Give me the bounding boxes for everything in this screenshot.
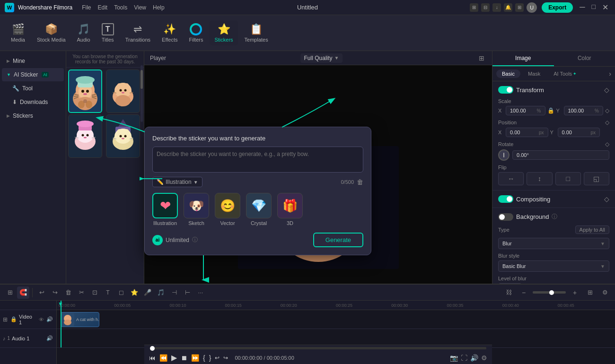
menu-edit[interactable]: Edit [98,4,108,11]
background-info-icon[interactable]: ⓘ [552,213,557,221]
timeline-undo-button[interactable]: ↩ [35,286,48,299]
apply-to-all-button[interactable]: Apply to All [575,225,609,234]
compositing-keyframe-icon[interactable]: ◇ [604,195,609,203]
clear-icon[interactable]: 🗑 [357,178,363,186]
fullscreen-timeline-button[interactable]: ⊞ [584,286,596,299]
compositing-toggle[interactable] [498,195,513,203]
menu-view[interactable]: View [134,4,146,11]
scale-x-value[interactable]: 100.00 % [506,106,545,115]
timeline-more-button[interactable]: ··· [194,286,207,299]
zoom-in-button[interactable]: + [569,286,581,299]
quality-selector[interactable]: Full Quality ▼ [300,53,343,63]
tool-transitions[interactable]: ⇌ Transitions [121,20,155,45]
tool-audio[interactable]: 🎵 Audio [72,20,95,45]
sticker-thumb-4[interactable] [106,114,140,158]
menu-tools[interactable]: Tools [114,4,127,11]
flip-v-button[interactable]: ↕ [527,172,552,185]
type-dropdown[interactable]: Blur ▼ [498,238,609,249]
timeline-cut-button[interactable]: ✂ [75,286,88,299]
info-icon[interactable]: ⓘ [192,236,198,244]
sidebar-item-ai-sticker[interactable]: ▼ AI Sticker AI [2,68,64,81]
timeline-merge-button[interactable]: ⊢ [181,286,193,299]
flip-corner-button[interactable]: ◱ [584,172,609,185]
sticker-scrollbar[interactable] [141,65,143,122]
timeline-redo-button[interactable]: ↪ [49,286,61,299]
tool-media[interactable]: 🎬 Media [6,20,30,45]
background-toggle[interactable] [498,213,513,221]
playhead[interactable]: ▼ [61,301,62,347]
more-timeline-button[interactable]: ⚙ [599,286,611,299]
maximize-button[interactable]: □ [590,3,597,12]
video1-track-row[interactable]: A cat with h... ▼ [57,310,615,329]
sticker-thumb-1[interactable] [68,69,102,113]
more-tabs-button[interactable]: › [609,70,611,78]
scale-keyframe-icon[interactable]: ◇ [605,107,609,114]
next-frame-button[interactable]: ↪ [223,355,228,361]
menu-help[interactable]: Help [153,4,165,11]
step-back-button[interactable]: ⏪ [159,354,167,362]
minimize-button[interactable]: ─ [578,3,587,12]
snapshot-button[interactable]: 📷 [450,354,458,362]
sticker-thumb-2[interactable] [106,69,140,113]
fit-screen-icon[interactable]: ⊞ [477,53,486,63]
video1-volume-button[interactable]: 🔊 [46,316,53,323]
scale-y-value[interactable]: 100.00 % [564,106,604,115]
tool-stickers[interactable]: ⭐ Stickers [210,20,237,45]
style-option-vector[interactable]: 😊 Vector [215,193,240,226]
playback-timeline[interactable] [150,347,486,349]
sidebar-item-stickers[interactable]: ▶ Stickers [2,109,64,122]
timeline-text-button[interactable]: T [102,286,114,299]
timeline-split-button[interactable]: ⊣ [168,286,180,299]
sidebar-item-mine[interactable]: ▶ Mine [2,54,64,68]
timeline-crop-button[interactable]: ⊡ [88,286,101,299]
fullscreen-button[interactable]: ⛶ [461,354,467,362]
menu-file[interactable]: File [82,4,91,11]
video-clip[interactable]: A cat with h... [61,312,99,327]
flip-rect-button[interactable]: □ [555,172,581,185]
video1-add-button[interactable]: ⊞ [3,316,8,323]
style-selector-btn[interactable]: ✏️ Illustration ▼ [152,177,202,187]
position-keyframe-icon[interactable]: ◇ [605,119,609,126]
rotate-dial[interactable] [498,149,510,161]
timeline-mic-button[interactable]: 🎤 [141,286,154,299]
sidebar-item-tool[interactable]: 🔧 Tool [2,82,64,95]
style-option-crystal[interactable]: 💎 Crystal [246,193,272,226]
tab-color[interactable]: Color [554,51,615,66]
tool-titles[interactable]: T Titles [97,20,119,45]
sub-tab-basic[interactable]: Basic [496,69,520,78]
rotate-keyframe-icon[interactable]: ◇ [605,141,609,147]
play-button[interactable]: ▶ [171,353,177,362]
audio1-volume-button[interactable]: 🔊 [46,335,53,342]
sub-tab-ai-tools[interactable]: AI Tools ✦ [548,69,582,78]
zoom-out-button[interactable]: − [518,286,530,299]
transform-keyframe-icon[interactable]: ◇ [604,86,609,94]
timeline-music-button[interactable]: 🎵 [155,286,167,299]
video1-eye-button[interactable]: 👁 [37,316,45,323]
style-option-illustration[interactable]: ❤ Illustration [152,193,178,226]
close-button[interactable]: ✕ [600,3,610,12]
prev-frame-button[interactable]: ↩ [215,355,220,361]
style-option-3d[interactable]: 🎁 3D [277,193,303,226]
flip-h-button[interactable]: ↔ [498,172,524,185]
step-forward-button[interactable]: ⏩ [191,354,199,362]
timeline-shape-button[interactable]: ◻ [115,286,127,299]
export-button[interactable]: Export [542,2,573,13]
scale-lock-icon[interactable]: 🔒 [547,107,554,114]
tool-templates[interactable]: 📋 Templates [240,20,273,45]
style-option-sketch[interactable]: 🐶 Sketch [184,193,209,226]
mark-out-button[interactable]: } [209,354,211,362]
tool-stock-media[interactable]: 📦 Stock Media [32,20,70,45]
timeline-snap-button[interactable]: 🧲 [17,286,29,299]
mark-in-button[interactable]: { [203,354,205,362]
sticker-description-input[interactable] [152,147,363,173]
generate-button[interactable]: Generate [313,233,363,247]
blur-style-dropdown[interactable]: Basic Blur ▼ [498,260,609,272]
timeline-grid-button[interactable]: ⊞ [4,286,16,299]
tool-filters[interactable]: Filters [184,20,208,45]
settings-button[interactable]: ⚙ [481,354,487,362]
sub-tab-mask[interactable]: Mask [522,69,546,78]
rotate-value[interactable]: 0.00° [512,150,609,160]
timeline-sticker-button[interactable]: ⭐ [128,286,141,299]
user-avatar[interactable]: U [527,2,537,13]
timeline-delete-button[interactable]: 🗑 [62,286,74,299]
